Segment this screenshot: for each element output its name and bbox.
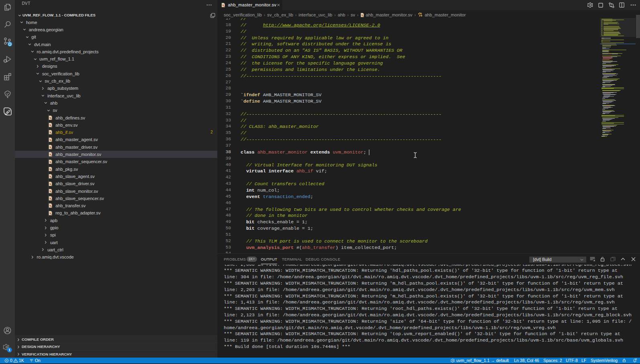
svg-text:1: 1 <box>8 348 10 352</box>
